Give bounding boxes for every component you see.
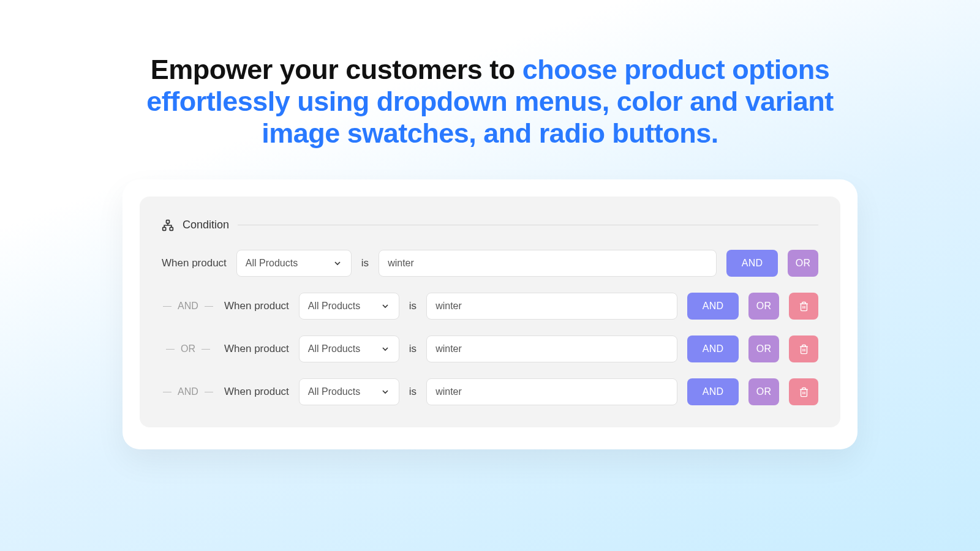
add-and-button[interactable]: AND [687, 335, 739, 362]
condition-value-input[interactable] [426, 293, 677, 320]
trash-icon [799, 301, 809, 312]
section-title: Condition [183, 219, 229, 231]
headline: Empower your customers to choose product… [123, 54, 858, 149]
condition-value-input[interactable] [426, 335, 677, 362]
trash-icon [799, 387, 809, 397]
condition-row: AND When product All Products is AND OR [162, 293, 818, 320]
svg-rect-1 [163, 227, 166, 230]
condition-row: When product All Products is AND OR [162, 250, 818, 277]
chevron-down-icon [380, 301, 390, 311]
select-value: All Products [308, 343, 360, 354]
when-product-label: When product [224, 300, 289, 312]
select-value: All Products [308, 386, 360, 397]
condition-row: AND When product All Products is AND OR [162, 378, 818, 405]
delete-row-button[interactable] [789, 378, 818, 405]
svg-rect-0 [167, 220, 170, 223]
add-and-button[interactable]: AND [687, 378, 739, 405]
product-scope-select[interactable]: All Products [299, 335, 399, 362]
select-value: All Products [308, 301, 360, 312]
add-and-button[interactable]: AND [687, 293, 739, 320]
delete-row-button[interactable] [789, 293, 818, 320]
add-and-button[interactable]: AND [726, 250, 778, 277]
is-label: is [409, 300, 417, 312]
is-label: is [409, 386, 417, 398]
when-product-label: When product [224, 386, 289, 398]
chevron-down-icon [333, 258, 342, 268]
section-header: Condition [162, 219, 818, 231]
chevron-down-icon [380, 344, 390, 354]
chevron-down-icon [380, 387, 390, 397]
connector-label: OR [162, 343, 214, 354]
product-scope-select[interactable]: All Products [299, 293, 399, 320]
svg-rect-2 [170, 227, 173, 230]
add-or-button[interactable]: OR [788, 250, 818, 277]
headline-plain: Empower your customers to [151, 54, 522, 85]
connector-label: AND [162, 386, 214, 397]
hierarchy-icon [162, 219, 174, 231]
section-divider [238, 225, 818, 225]
condition-card: Condition When product All Products is A… [123, 179, 858, 449]
trash-icon [799, 344, 809, 354]
condition-value-input[interactable] [426, 378, 677, 405]
is-label: is [361, 257, 369, 269]
product-scope-select[interactable]: All Products [236, 250, 352, 277]
delete-row-button[interactable] [789, 335, 818, 362]
connector-label: AND [162, 301, 214, 312]
when-product-label: When product [162, 257, 227, 269]
condition-row: OR When product All Products is AND OR [162, 335, 818, 362]
add-or-button[interactable]: OR [748, 293, 779, 320]
add-or-button[interactable]: OR [748, 378, 779, 405]
product-scope-select[interactable]: All Products [299, 378, 399, 405]
add-or-button[interactable]: OR [748, 335, 779, 362]
when-product-label: When product [224, 343, 289, 355]
is-label: is [409, 343, 417, 355]
select-value: All Products [246, 258, 298, 269]
condition-panel: Condition When product All Products is A… [140, 197, 840, 427]
condition-value-input[interactable] [379, 250, 717, 277]
